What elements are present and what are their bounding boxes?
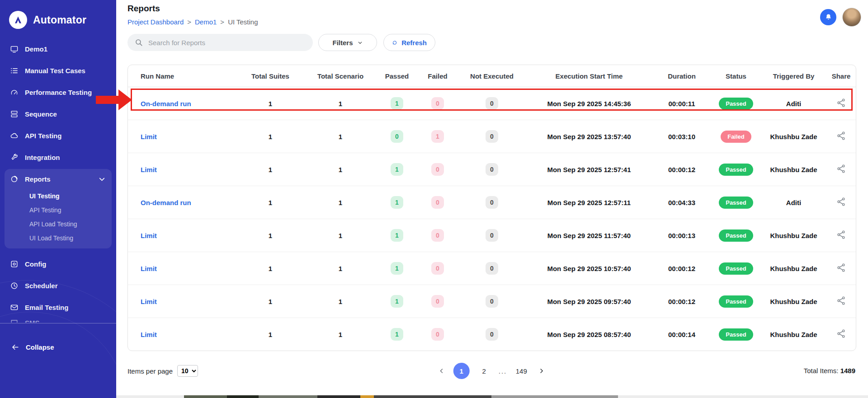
failed-count-chip: 1 (431, 130, 444, 143)
total-scenario-value: 1 (304, 186, 377, 219)
status-badge: Passed (719, 98, 753, 110)
breadcrumb-current: UI Testing (228, 18, 258, 26)
sidebar-item-performance-testing[interactable]: Performance Testing (0, 81, 116, 103)
user-avatar[interactable] (842, 8, 861, 27)
bottom-edge-artifact (116, 395, 868, 398)
sidebar-subitem-api-testing[interactable]: API Testing (5, 203, 112, 217)
sidebar-subitem-ui-testing[interactable]: UI Testing (5, 189, 112, 203)
breadcrumb-separator: > (187, 18, 191, 26)
total-scenario-value: 1 (304, 285, 377, 318)
breadcrumb-project-dashboard[interactable]: Project Dashboard (127, 18, 184, 26)
share-icon (836, 263, 846, 272)
list-icon (10, 66, 19, 75)
sidebar-item-manual-test-cases[interactable]: Manual Test Cases (0, 60, 116, 81)
search-input[interactable] (147, 38, 306, 47)
share-button[interactable] (836, 197, 846, 206)
run-name-link[interactable]: Limit (141, 133, 157, 140)
search-bar (127, 34, 313, 51)
previous-page-button[interactable] (436, 365, 447, 376)
triggered-by-value: Khushbu Zade (761, 153, 826, 186)
failed-count-chip: 0 (431, 97, 444, 110)
notifications-button[interactable] (820, 9, 836, 25)
share-icon (836, 329, 846, 338)
sidebar-item-api-testing[interactable]: API Testing (0, 125, 116, 146)
not-executed-count-chip: 0 (486, 262, 498, 275)
run-name-link[interactable]: Limit (141, 166, 157, 173)
sidebar-subitem-api-load-testing[interactable]: API Load Testing (5, 217, 112, 231)
sidebar-menu: Demo1 Manual Test Cases Performance Test… (0, 38, 116, 318)
triggered-by-value: Khushbu Zade (761, 285, 826, 318)
collapse-button[interactable]: Collapse (0, 337, 116, 357)
table-header-row: Run Name Total Suites Total Scenario Pas… (128, 65, 856, 87)
page-button-149[interactable]: 149 (513, 363, 529, 379)
next-page-button[interactable] (536, 365, 547, 376)
table-row: Limit 1 1 1 0 0 Mon Sep 29 2025 08:57:40… (128, 318, 856, 351)
chevron-down-icon (98, 175, 106, 183)
status-badge: Failed (721, 131, 751, 143)
failed-count-chip: 0 (431, 295, 444, 308)
share-button[interactable] (836, 329, 846, 338)
sidebar-item-config[interactable]: Config (0, 253, 116, 275)
pagination-bar: Items per page 10 1 2 ... 149 Total Item… (127, 361, 855, 383)
execution-start-time: Mon Sep 29 2025 10:57:40 (526, 252, 652, 285)
share-icon (836, 197, 846, 206)
sidebar-item-sequence[interactable]: Sequence (0, 103, 116, 125)
refresh-button[interactable]: Refresh (383, 34, 435, 51)
run-name-link[interactable]: On-demand run (141, 100, 191, 108)
failed-count-chip: 0 (431, 163, 444, 176)
execution-start-time: Mon Sep 29 2025 14:45:36 (526, 87, 652, 120)
failed-count-chip: 0 (431, 328, 444, 341)
share-button[interactable] (836, 230, 846, 239)
sidebar-item-demo1[interactable]: Demo1 (0, 38, 116, 60)
share-button[interactable] (836, 98, 846, 108)
col-total-suites: Total Suites (236, 65, 304, 87)
share-button[interactable] (836, 296, 846, 305)
run-name-link[interactable]: Limit (141, 331, 157, 338)
chevron-down-icon (357, 40, 363, 46)
run-name-link[interactable]: On-demand run (141, 199, 191, 206)
duration-value: 00:00:12 (652, 285, 711, 318)
execution-start-time: Mon Sep 29 2025 11:57:40 (526, 219, 652, 252)
main-content: Reports Project Dashboard > Demo1 > UI T… (116, 0, 868, 398)
page-button-2[interactable]: 2 (476, 363, 492, 379)
search-icon (135, 38, 143, 47)
duration-value: 00:00:14 (652, 318, 711, 351)
sidebar-subitem-ui-load-testing[interactable]: UI Load Testing (5, 231, 112, 245)
run-name-link[interactable]: Limit (141, 298, 157, 305)
breadcrumb: Project Dashboard > Demo1 > UI Testing (127, 18, 258, 26)
breadcrumb-demo1[interactable]: Demo1 (195, 18, 217, 26)
total-scenario-value: 1 (304, 219, 377, 252)
execution-start-time: Mon Sep 29 2025 12:57:41 (526, 153, 652, 186)
sidebar-item-reports[interactable]: Reports (5, 169, 112, 189)
items-per-page-select[interactable]: 10 (177, 365, 198, 377)
run-name-link[interactable]: Limit (141, 265, 157, 272)
app-logo[interactable]: Automator (0, 0, 116, 35)
col-duration: Duration (652, 65, 711, 87)
share-button[interactable] (836, 131, 846, 140)
status-badge: Passed (719, 229, 753, 242)
not-executed-count-chip: 0 (486, 97, 498, 110)
share-button[interactable] (836, 164, 846, 173)
sidebar-scroll-divider (0, 323, 116, 323)
total-suites-value: 1 (236, 186, 304, 219)
filters-button[interactable]: Filters (318, 34, 377, 51)
passed-count-chip: 0 (391, 130, 403, 143)
sidebar-item-integration[interactable]: Integration (0, 146, 116, 168)
page-title: Reports (127, 4, 160, 14)
execution-start-time: Mon Sep 29 2025 08:57:40 (526, 318, 652, 351)
not-executed-count-chip: 0 (486, 328, 498, 341)
sidebar-item-scheduler[interactable]: Scheduler (0, 275, 116, 296)
share-button[interactable] (836, 263, 846, 272)
not-executed-count-chip: 0 (486, 196, 498, 209)
total-suites-value: 1 (236, 153, 304, 186)
duration-value: 00:00:12 (652, 153, 711, 186)
total-suites-value: 1 (236, 87, 304, 120)
page-ellipsis: ... (499, 367, 507, 375)
total-items: Total Items: 1489 (804, 367, 855, 375)
sidebar-item-partial[interactable]: SMS (0, 315, 116, 323)
sidebar-section-reports: Reports UI Testing API Testing API Load … (5, 169, 112, 248)
page-button-1[interactable]: 1 (453, 363, 470, 379)
failed-count-chip: 0 (431, 196, 444, 209)
run-name-link[interactable]: Limit (141, 232, 157, 239)
clock-icon (10, 281, 19, 290)
